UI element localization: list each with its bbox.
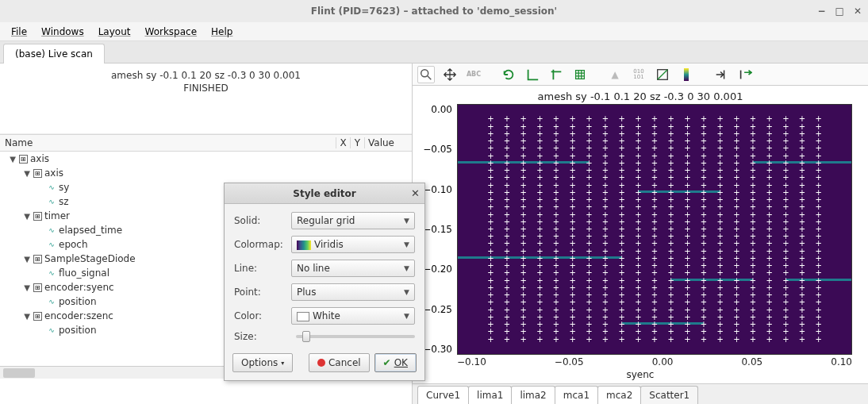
x-tick-label: 0.05: [741, 356, 762, 367]
dialog-close-icon[interactable]: ✕: [411, 187, 420, 199]
x-tick-label: −0.10: [457, 356, 486, 367]
colorbar-icon[interactable]: [678, 66, 695, 83]
tree-item-label: fluo_signal: [59, 267, 109, 279]
bottom-tab-lima1[interactable]: lima1: [468, 386, 512, 404]
left-pane: amesh sy -0.1 0.1 20 sz -0.3 0 30 0.001 …: [0, 63, 413, 404]
axis-group-icon: ⊞: [32, 253, 43, 264]
tree-item-label: timer: [44, 210, 70, 221]
zoom-icon[interactable]: [417, 66, 435, 83]
right-pane: ABC ▲ 010101 amesh sy -0.1 0.1 20 sz -0.…: [413, 63, 868, 404]
y-tick-label: −0.20: [423, 264, 452, 275]
maximize-icon[interactable]: □: [835, 6, 844, 17]
bottom-tab-mca1[interactable]: mca1: [555, 386, 598, 404]
bottom-tab-lima2[interactable]: lima2: [511, 386, 555, 404]
scan-status-text: FINISHED: [0, 83, 412, 94]
save-icon[interactable]: [736, 66, 754, 83]
expand-toggle-icon[interactable]: ▼: [22, 255, 32, 264]
white-swatch-icon: [297, 312, 309, 321]
scan-command-text: amesh sy -0.1 0.1 20 sz -0.3 0 30 0.001: [0, 70, 412, 81]
options-button[interactable]: Options▾: [232, 353, 293, 372]
menu-help[interactable]: Help: [205, 25, 239, 39]
colormap-combo[interactable]: Viridis▼: [291, 236, 415, 253]
menubar: File Windows Layout Workspace Help: [0, 22, 868, 41]
bottom-tabbar: Curve1lima1lima2mca1mca2Scatter1: [413, 383, 868, 404]
refresh-icon[interactable]: [500, 66, 517, 83]
tree-item-label: elapsed_time: [59, 225, 122, 236]
axis-group-icon: ⊞: [32, 282, 43, 293]
expand-toggle-icon[interactable]: ▼: [22, 283, 32, 292]
bottom-tab-curve1[interactable]: Curve1: [417, 386, 469, 404]
bits-icon[interactable]: 010101: [630, 66, 647, 83]
signal-icon: ∿: [46, 196, 57, 207]
tree-item-label: axis: [44, 167, 63, 179]
tree-row[interactable]: ▼⊞axis: [0, 166, 412, 180]
bottom-tab-mca2[interactable]: mca2: [597, 386, 641, 404]
close-icon[interactable]: ✕: [854, 6, 862, 17]
tree-header-value[interactable]: Value: [364, 137, 412, 148]
menu-windows[interactable]: Windows: [35, 25, 90, 39]
x-axis-ticks: −0.10−0.050.000.050.10: [413, 355, 868, 367]
viridis-icon: [297, 240, 311, 250]
cancel-button[interactable]: Cancel: [309, 353, 370, 372]
point-combo[interactable]: Plus▼: [291, 283, 415, 301]
tree-header-x[interactable]: X: [336, 137, 350, 148]
axis-group-icon: ⊞: [32, 310, 43, 321]
signal-icon: ∿: [46, 182, 57, 193]
colormap-label: Colormap:: [234, 239, 291, 250]
tab-live-scan[interactable]: (base) Live scan: [3, 44, 105, 63]
style-editor-dialog: Style editor ✕ Solid: Regular grid▼ Colo…: [224, 183, 425, 381]
roi-icon[interactable]: ABC: [465, 66, 482, 83]
menu-layout[interactable]: Layout: [92, 25, 137, 39]
y-tick-label: −0.15: [423, 224, 452, 235]
signal-icon: ∿: [46, 325, 57, 336]
grid-icon[interactable]: [571, 66, 589, 83]
axis-group-icon: ⊞: [32, 167, 43, 179]
signal-icon: ∿: [46, 296, 57, 307]
expand-toggle-icon[interactable]: ▼: [22, 312, 32, 321]
tree-item-label: SampleStageDiode: [44, 253, 136, 264]
point-color-combo[interactable]: White▼: [291, 307, 415, 325]
point-label: Point:: [234, 287, 291, 298]
titlebar: Flint (PID=7623) – attached to 'demo_ses…: [0, 0, 868, 22]
menu-file[interactable]: File: [5, 25, 33, 39]
ok-icon: ✔: [383, 357, 391, 368]
tree-item-label: position: [59, 296, 97, 307]
line-label: Line:: [234, 263, 291, 274]
y-tick-label: −0.25: [423, 304, 452, 315]
crosshair-icon[interactable]: [547, 66, 565, 83]
x-tick-label: 0.10: [831, 356, 852, 367]
expand-toggle-icon[interactable]: ▼: [22, 169, 32, 178]
tree-item-label: epoch: [59, 239, 88, 250]
expand-toggle-icon[interactable]: ▼: [22, 212, 32, 221]
histogram-icon[interactable]: ▲: [606, 66, 624, 83]
bottom-tab-scatter1[interactable]: Scatter1: [640, 386, 698, 404]
line-combo[interactable]: No line▼: [291, 260, 415, 277]
expand-toggle-icon[interactable]: ▼: [8, 155, 17, 164]
y-tick-label: −0.10: [423, 184, 452, 195]
solid-combo[interactable]: Regular grid▼: [291, 212, 415, 229]
scatter-plot[interactable]: ++++++++++++++++++++++++++++++++++++++++…: [457, 104, 852, 355]
size-slider[interactable]: [296, 335, 415, 338]
pan-icon[interactable]: [441, 66, 459, 83]
tree-header: Name X Y Value: [0, 134, 412, 152]
x-axis-label: syenc: [413, 367, 868, 383]
export-icon[interactable]: [712, 66, 730, 83]
minimize-icon[interactable]: −: [818, 6, 826, 17]
menu-workspace[interactable]: Workspace: [138, 25, 203, 39]
contrast-icon[interactable]: [654, 66, 671, 83]
style-editor-titlebar[interactable]: Style editor ✕: [225, 183, 424, 204]
tree-item-label: encoder:syenc: [44, 282, 114, 293]
cancel-icon: [317, 359, 325, 367]
signal-icon: ∿: [46, 225, 57, 236]
axes-icon[interactable]: [524, 66, 541, 83]
tree-header-name[interactable]: Name: [0, 137, 336, 148]
tree-item-label: axis: [30, 153, 49, 164]
x-tick-label: −0.05: [555, 356, 584, 367]
workspace-tabbar: (base) Live scan: [0, 41, 868, 63]
axis-group-icon: ⊞: [17, 153, 29, 164]
tree-row[interactable]: ▼⊞axis: [0, 152, 412, 166]
style-editor-title: Style editor: [293, 188, 355, 199]
ok-button[interactable]: ✔OK: [374, 353, 417, 372]
solid-label: Solid:: [234, 215, 291, 226]
tree-header-y[interactable]: Y: [350, 137, 364, 148]
